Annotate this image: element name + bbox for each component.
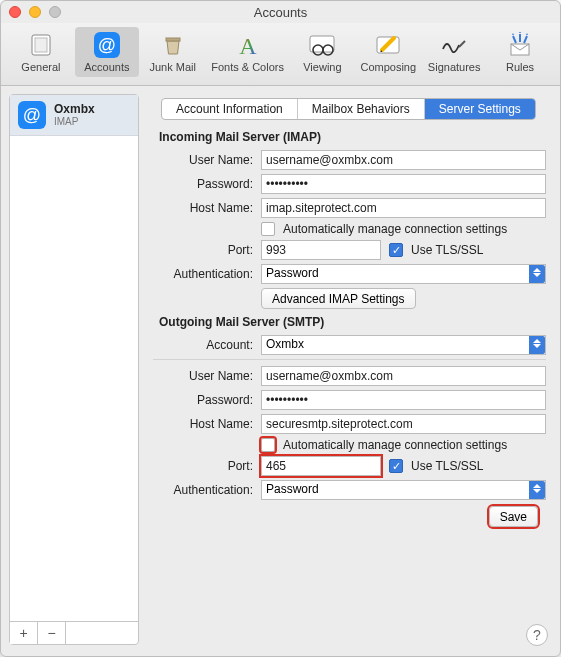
- incoming-auth-select[interactable]: Password: [261, 264, 546, 284]
- incoming-hostname-label: Host Name:: [153, 201, 261, 215]
- outgoing-port-input[interactable]: [261, 456, 381, 476]
- advanced-imap-button[interactable]: Advanced IMAP Settings: [261, 288, 416, 309]
- outgoing-username-input[interactable]: [261, 366, 546, 386]
- incoming-username-label: User Name:: [153, 153, 261, 167]
- toolbar: General @ Accounts Junk Mail A Fonts & C…: [1, 23, 560, 86]
- rules-icon: [503, 31, 537, 59]
- incoming-port-label: Port:: [153, 243, 261, 257]
- svg-marker-13: [526, 33, 528, 35]
- svg-rect-4: [166, 38, 180, 41]
- signature-icon: [437, 31, 471, 59]
- incoming-hostname-input[interactable]: [261, 198, 546, 218]
- svg-text:@: @: [98, 35, 116, 55]
- outgoing-account-label: Account:: [153, 338, 261, 352]
- incoming-auth-value: Password: [266, 266, 319, 280]
- outgoing-auth-select[interactable]: Password: [261, 480, 546, 500]
- fonts-icon: A: [231, 31, 265, 59]
- toolbar-junk[interactable]: Junk Mail: [141, 27, 205, 77]
- incoming-port-input[interactable]: [261, 240, 381, 260]
- add-account-button[interactable]: +: [10, 622, 38, 644]
- incoming-auto-checkbox[interactable]: [261, 222, 275, 236]
- account-item[interactable]: @ Oxmbx IMAP: [10, 95, 138, 136]
- save-button[interactable]: Save: [489, 506, 538, 527]
- outgoing-account-value: Oxmbx: [266, 337, 304, 351]
- toolbar-accounts[interactable]: @ Accounts: [75, 27, 139, 77]
- general-icon: [24, 31, 58, 59]
- sidebar-footer: + −: [10, 621, 138, 644]
- outgoing-heading: Outgoing Mail Server (SMTP): [159, 315, 546, 329]
- tab-account-info[interactable]: Account Information: [162, 99, 298, 119]
- incoming-username-input[interactable]: [261, 150, 546, 170]
- help-button[interactable]: ?: [526, 624, 548, 646]
- incoming-auth-label: Authentication:: [153, 267, 261, 281]
- incoming-password-input[interactable]: [261, 174, 546, 194]
- toolbar-label: Accounts: [84, 61, 129, 73]
- outgoing-auth-label: Authentication:: [153, 483, 261, 497]
- outgoing-hostname-input[interactable]: [261, 414, 546, 434]
- tab-server-settings[interactable]: Server Settings: [425, 99, 535, 119]
- outgoing-username-label: User Name:: [153, 369, 261, 383]
- account-name: Oxmbx: [54, 103, 95, 116]
- outgoing-account-select[interactable]: Oxmbx: [261, 335, 546, 355]
- main-panel: Account Information Mailbox Behaviors Se…: [147, 94, 552, 645]
- titlebar: Accounts: [1, 1, 560, 23]
- account-type: IMAP: [54, 116, 95, 127]
- account-text: Oxmbx IMAP: [54, 103, 95, 127]
- outgoing-auto-label: Automatically manage connection settings: [283, 438, 507, 452]
- pencil-icon: [371, 31, 405, 59]
- tab-mailbox-behaviors[interactable]: Mailbox Behaviors: [298, 99, 425, 119]
- tabbar: Account Information Mailbox Behaviors Se…: [161, 98, 536, 120]
- outgoing-tls-checkbox[interactable]: ✓: [389, 459, 403, 473]
- incoming-tls-label: Use TLS/SSL: [411, 243, 483, 257]
- separator: [153, 359, 546, 360]
- toolbar-label: Viewing: [303, 61, 341, 73]
- window-title: Accounts: [1, 5, 560, 20]
- incoming-tls-checkbox[interactable]: ✓: [389, 243, 403, 257]
- remove-account-button[interactable]: −: [38, 622, 66, 644]
- outgoing-password-label: Password:: [153, 393, 261, 407]
- content: @ Oxmbx IMAP + − Account Information Mai…: [1, 86, 560, 653]
- at-icon: @: [90, 31, 124, 59]
- outgoing-port-label: Port:: [153, 459, 261, 473]
- svg-rect-1: [35, 38, 47, 52]
- trash-icon: [156, 31, 190, 59]
- at-icon: @: [18, 101, 46, 129]
- outgoing-password-input[interactable]: [261, 390, 546, 410]
- sidebar-spacer: [10, 136, 138, 621]
- accounts-sidebar: @ Oxmbx IMAP + −: [9, 94, 139, 645]
- toolbar-label: Composing: [360, 61, 416, 73]
- glasses-icon: [305, 31, 339, 59]
- toolbar-label: Fonts & Colors: [211, 61, 284, 73]
- outgoing-auto-checkbox[interactable]: [261, 438, 275, 452]
- toolbar-label: Rules: [506, 61, 534, 73]
- svg-text:A: A: [239, 33, 257, 58]
- toolbar-composing[interactable]: Composing: [356, 27, 420, 77]
- svg-marker-12: [519, 32, 521, 33]
- incoming-heading: Incoming Mail Server (IMAP): [159, 130, 546, 144]
- incoming-auto-label: Automatically manage connection settings: [283, 222, 507, 236]
- outgoing-tls-label: Use TLS/SSL: [411, 459, 483, 473]
- toolbar-fonts[interactable]: A Fonts & Colors: [207, 27, 289, 77]
- toolbar-label: General: [21, 61, 60, 73]
- preferences-window: Accounts General @ Accounts Junk Mail A …: [0, 0, 561, 657]
- toolbar-general[interactable]: General: [9, 27, 73, 77]
- svg-marker-11: [512, 33, 514, 35]
- incoming-password-label: Password:: [153, 177, 261, 191]
- toolbar-rules[interactable]: Rules: [488, 27, 552, 77]
- outgoing-hostname-label: Host Name:: [153, 417, 261, 431]
- toolbar-label: Junk Mail: [149, 61, 195, 73]
- outgoing-auth-value: Password: [266, 482, 319, 496]
- toolbar-label: Signatures: [428, 61, 481, 73]
- toolbar-signatures[interactable]: Signatures: [422, 27, 486, 77]
- server-settings-form: Incoming Mail Server (IMAP) User Name: P…: [147, 130, 552, 527]
- toolbar-viewing[interactable]: Viewing: [290, 27, 354, 77]
